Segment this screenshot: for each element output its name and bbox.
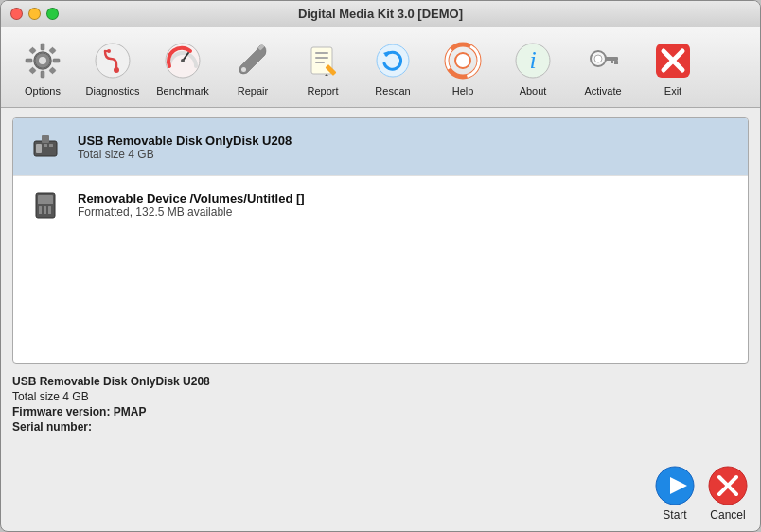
activate-icon: [580, 38, 626, 83]
options-label: Options: [25, 85, 61, 97]
maximize-button[interactable]: [46, 8, 59, 20]
gear-icon: [20, 38, 65, 83]
info-device-name: USB Removable Disk OnlyDisk U208: [12, 375, 749, 388]
svg-rect-20: [315, 52, 328, 54]
exit-label: Exit: [664, 85, 681, 97]
device-list[interactable]: USB Removable Disk OnlyDisk U208 Total s…: [12, 117, 749, 364]
device-item-removable1[interactable]: Removable Device /Volumes/Untitled [] Fo…: [13, 176, 748, 233]
start-label: Start: [663, 508, 686, 522]
start-button[interactable]: Start: [654, 465, 696, 522]
help-button[interactable]: Help: [429, 33, 497, 101]
svg-point-12: [114, 67, 119, 73]
svg-point-1: [39, 57, 46, 64]
about-button[interactable]: i About: [499, 33, 567, 101]
svg-rect-3: [41, 71, 44, 78]
svg-rect-5: [53, 59, 60, 62]
info-firmware: Firmware version: PMAP: [12, 405, 749, 418]
report-button[interactable]: Report: [289, 33, 357, 101]
svg-rect-42: [36, 144, 42, 153]
svg-rect-48: [44, 206, 46, 214]
svg-rect-21: [315, 57, 328, 59]
exit-icon: [650, 38, 696, 83]
cancel-label: Cancel: [710, 508, 745, 522]
cancel-icon: [707, 465, 749, 506]
report-icon: [300, 38, 345, 83]
rescan-icon: [370, 38, 416, 83]
rescan-button[interactable]: Rescan: [359, 33, 427, 101]
svg-rect-9: [49, 67, 56, 74]
title-bar: Digital Media Kit 3.0 [DEMO]: [1, 1, 760, 27]
svg-rect-34: [605, 57, 618, 61]
main-window: Digital Media Kit 3.0 [DEMO]: [0, 0, 761, 532]
device-detail-usb1: Total size 4 GB: [78, 148, 292, 161]
svg-rect-49: [48, 206, 51, 214]
toolbar: Options Diagnostics: [1, 27, 760, 108]
activate-label: Activate: [584, 85, 621, 97]
benchmark-label: Benchmark: [156, 85, 209, 97]
help-label: Help: [452, 85, 474, 97]
minimize-button[interactable]: [28, 8, 41, 20]
svg-text:i: i: [529, 46, 536, 74]
device-name-removable1: Removable Device /Volumes/Untitled []: [78, 191, 305, 205]
svg-rect-43: [44, 144, 47, 147]
svg-point-16: [181, 59, 185, 62]
diagnostics-button[interactable]: Diagnostics: [79, 33, 147, 101]
device-detail-removable1: Formatted, 132.5 MB available: [78, 205, 305, 219]
benchmark-icon: [160, 38, 205, 83]
about-icon: i: [510, 38, 556, 83]
diagnostics-label: Diagnostics: [86, 85, 140, 97]
activate-button[interactable]: Activate: [569, 33, 637, 101]
repair-button[interactable]: Repair: [219, 33, 287, 101]
firmware-label: Firmware version:: [12, 405, 114, 418]
start-icon: [654, 465, 696, 506]
svg-rect-7: [49, 47, 56, 54]
svg-point-11: [96, 44, 130, 78]
svg-point-29: [455, 53, 470, 68]
svg-rect-36: [611, 61, 613, 63]
device-item-usb1[interactable]: USB Removable Disk OnlyDisk U208 Total s…: [13, 118, 748, 176]
repair-label: Repair: [238, 85, 268, 97]
svg-rect-41: [42, 135, 49, 143]
svg-rect-22: [315, 62, 325, 63]
info-size: Total size 4 GB: [12, 390, 749, 403]
svg-rect-2: [41, 44, 44, 50]
device-info-removable1: Removable Device /Volumes/Untitled [] Fo…: [78, 191, 305, 219]
report-label: Report: [307, 85, 338, 97]
info-panel: USB Removable Disk OnlyDisk U208 Total s…: [12, 371, 749, 439]
close-button[interactable]: [10, 8, 23, 20]
options-button[interactable]: Options: [9, 33, 77, 101]
usb-drive-icon: [27, 128, 64, 166]
svg-rect-4: [26, 59, 32, 62]
svg-rect-6: [29, 47, 36, 54]
svg-point-33: [594, 55, 602, 62]
main-content: USB Removable Disk OnlyDisk U208 Total s…: [1, 108, 760, 459]
svg-rect-46: [38, 195, 53, 204]
help-icon: [440, 38, 486, 83]
exit-button[interactable]: Exit: [639, 33, 707, 101]
window-title: Digital Media Kit 3.0 [DEMO]: [298, 7, 463, 21]
info-serial: Serial number:: [12, 420, 749, 434]
svg-rect-44: [49, 144, 53, 147]
bottom-bar: Start Cancel: [1, 459, 760, 531]
device-info-usb1: USB Removable Disk OnlyDisk U208 Total s…: [78, 133, 292, 161]
svg-point-25: [377, 44, 409, 77]
rescan-label: Rescan: [375, 85, 410, 97]
device-name-usb1: USB Removable Disk OnlyDisk U208: [78, 133, 292, 148]
diagnostics-icon: [90, 38, 135, 83]
repair-icon: [230, 38, 275, 83]
cancel-button[interactable]: Cancel: [707, 465, 749, 522]
memory-card-icon: [27, 186, 64, 223]
svg-rect-35: [614, 61, 618, 64]
firmware-value: PMAP: [114, 405, 147, 418]
svg-rect-8: [29, 67, 36, 74]
svg-point-17: [241, 67, 246, 72]
svg-rect-47: [39, 206, 42, 214]
benchmark-button[interactable]: Benchmark: [149, 33, 217, 101]
about-label: About: [520, 85, 547, 97]
window-controls: [10, 8, 59, 20]
